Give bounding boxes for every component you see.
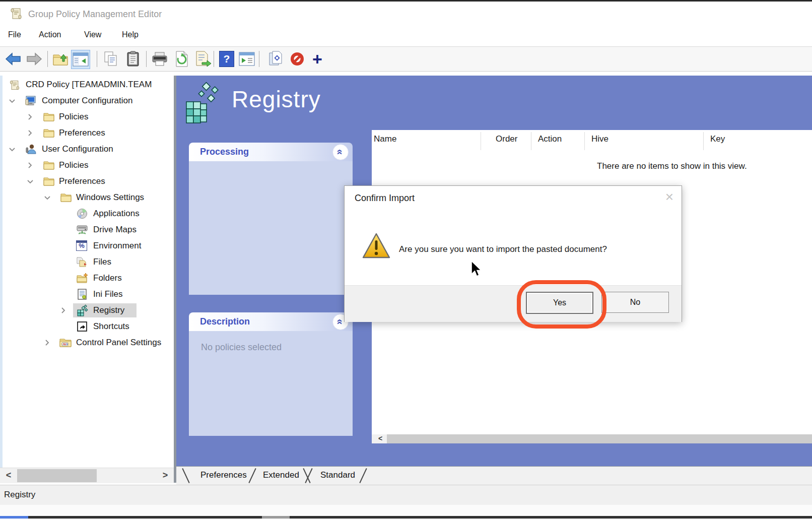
tree-item-files[interactable]: Files (3, 254, 176, 270)
menu-bar: File Action View Help (0, 25, 812, 47)
show-window-icon[interactable] (238, 50, 256, 68)
folders-icon (76, 272, 88, 284)
toolbar-separator (47, 51, 48, 67)
column-header-action[interactable]: Action (538, 134, 562, 144)
scrollbar-thumb[interactable] (17, 469, 97, 482)
column-separator[interactable] (481, 132, 481, 150)
chevron-right-icon[interactable] (44, 339, 51, 348)
scroll-left-icon[interactable]: < (375, 434, 386, 443)
tab-extended[interactable]: Extended (263, 470, 299, 480)
chevron-down-icon[interactable] (44, 194, 51, 203)
refresh-icon[interactable] (173, 50, 191, 68)
scroll-right-icon[interactable]: > (158, 468, 173, 483)
chevron-down-icon[interactable] (9, 97, 16, 106)
chevron-down-icon[interactable] (9, 146, 16, 155)
column-header-name[interactable]: Name (374, 134, 396, 144)
tree-item-user-configuration[interactable]: User Configuration (3, 141, 176, 157)
tab-preferences[interactable]: Preferences (200, 470, 247, 480)
collapse-button[interactable]: « (332, 144, 349, 160)
column-header-order[interactable]: Order (496, 134, 517, 144)
up-one-level-icon[interactable] (51, 50, 70, 68)
progress-segment (0, 516, 28, 518)
column-header-hive[interactable]: Hive (591, 134, 608, 144)
progress-thumb (262, 516, 290, 518)
percent-glyph: % (76, 242, 87, 249)
tree-item-preferences-user[interactable]: Preferences (3, 173, 176, 189)
export-list-icon[interactable] (194, 50, 212, 68)
copy-icon[interactable] (102, 50, 120, 68)
block-icon[interactable] (288, 50, 306, 68)
menu-file[interactable]: File (8, 30, 21, 39)
tree-horizontal-scrollbar[interactable]: < > (0, 468, 174, 483)
scrollbar-thumb[interactable] (387, 434, 812, 443)
toolbar-separator (214, 51, 214, 67)
chevron-right-icon[interactable] (27, 162, 34, 171)
add-icon[interactable]: + (308, 50, 326, 68)
processing-panel-body (189, 161, 353, 295)
tree-item-ini-files[interactable]: Ini Files (3, 286, 176, 302)
drive-maps-icon (76, 224, 88, 236)
tree-item-windows-settings[interactable]: Windows Settings (3, 189, 176, 206)
column-separator[interactable] (703, 132, 704, 150)
processing-panel: Processing « (189, 143, 353, 295)
description-text: No policies selected (201, 342, 282, 353)
print-icon[interactable] (151, 50, 169, 68)
shortcuts-icon (76, 320, 88, 333)
tree-item-computer-configuration[interactable]: Computer Configuration (3, 93, 176, 109)
warning-icon (362, 232, 391, 260)
tree-item-applications[interactable]: Applications (3, 206, 176, 222)
toggle-console-tree-icon[interactable] (71, 50, 90, 69)
status-text: Registry (4, 490, 35, 500)
toolbar-separator (97, 51, 97, 67)
chevron-down-icon[interactable] (27, 178, 34, 187)
menu-action[interactable]: Action (39, 30, 61, 39)
description-panel: No policies selected Description « (189, 312, 353, 436)
folder-icon (43, 159, 55, 171)
tree-item-registry[interactable]: Registry (3, 302, 176, 318)
properties-icon[interactable] (267, 50, 285, 68)
annotation-highlight-ring (517, 280, 606, 329)
tree-item-folders[interactable]: Folders (3, 270, 176, 286)
description-panel-body: No policies selected (189, 331, 353, 436)
processing-panel-header: Processing « (189, 143, 353, 161)
help-icon[interactable]: ? (218, 50, 236, 68)
mouse-cursor (469, 260, 483, 278)
tree-item-root[interactable]: CRD Policy [TEAMADMIN.TEAM (3, 77, 176, 93)
bottom-strip (0, 505, 812, 519)
paste-icon[interactable] (124, 50, 142, 68)
menu-view[interactable]: View (84, 30, 101, 39)
status-bar: Registry (0, 485, 812, 505)
tree-item-environment[interactable]: % Environment (3, 238, 176, 254)
chevron-right-icon[interactable] (27, 113, 34, 122)
chevron-right-icon[interactable] (27, 129, 34, 139)
menu-help[interactable]: Help (122, 30, 139, 39)
console-tree: CRD Policy [TEAMADMIN.TEAM Computer Conf… (0, 76, 176, 483)
banner-title: Registry (232, 86, 321, 113)
list-horizontal-scrollbar[interactable]: < (372, 434, 812, 443)
registry-banner-icon (184, 82, 227, 127)
tree-item-policies-user[interactable]: Policies (3, 157, 176, 173)
tree-item-preferences[interactable]: Preferences (3, 125, 176, 141)
column-separator[interactable] (584, 132, 585, 150)
column-separator[interactable] (531, 132, 531, 150)
dialog-title: Confirm Import (355, 193, 415, 204)
tree-item-control-panel-settings[interactable]: Control Panel Settings (3, 335, 176, 351)
close-icon[interactable]: × (665, 189, 673, 205)
back-icon[interactable] (4, 50, 22, 68)
ini-files-icon (76, 288, 88, 300)
chevron-right-icon[interactable] (60, 307, 67, 316)
progress-track (28, 516, 262, 518)
tree-item-drive-maps[interactable]: Drive Maps (3, 222, 176, 238)
tab-standard[interactable]: Standard (320, 470, 355, 480)
forward-icon[interactable] (25, 50, 43, 68)
column-header-key[interactable]: Key (710, 134, 725, 144)
tree-item-policies[interactable]: Policies (3, 109, 176, 125)
no-button[interactable]: No (601, 292, 669, 313)
toolbar-separator (259, 51, 259, 67)
registry-icon (76, 304, 88, 316)
computer-config-icon (25, 95, 37, 107)
add-glyph: + (312, 51, 322, 67)
scroll-left-icon[interactable]: < (1, 468, 16, 483)
tab-edge (182, 468, 189, 483)
tree-item-shortcuts[interactable]: Shortcuts (3, 318, 176, 335)
